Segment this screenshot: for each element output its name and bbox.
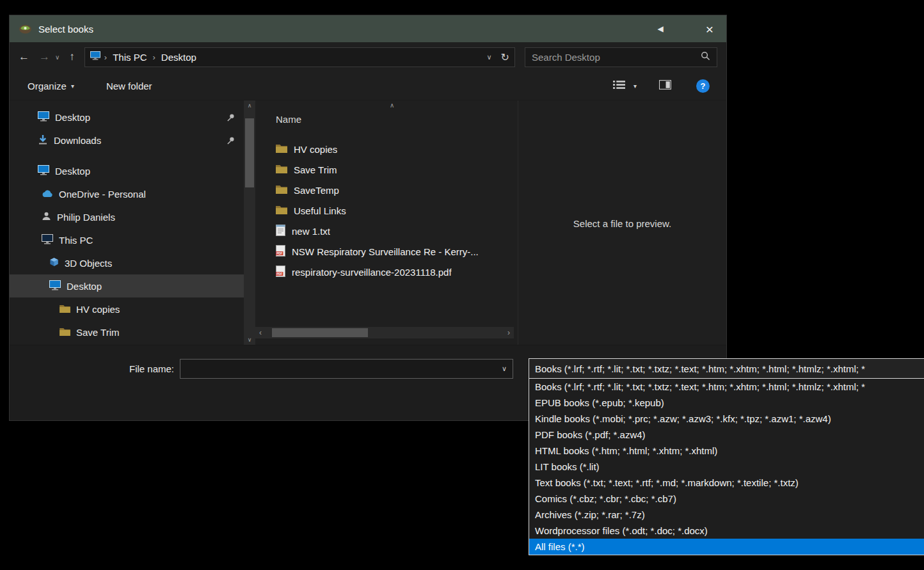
search-icon[interactable] [701,51,710,63]
3d-objects-icon [49,257,59,269]
file-type-option[interactable]: Books (*.lrf; *.rtf; *.lit; *.txt; *.txt… [529,379,924,395]
scroll-up-icon[interactable]: ∧ [248,100,252,111]
onedrive-icon [42,189,53,200]
file-name-input[interactable] [180,363,496,374]
up-button[interactable]: ↑ [69,51,75,63]
file-type-option[interactable]: Archives (*.zip; *.rar; *.7z) [529,507,924,523]
file-list-horizontal-scrollbar[interactable]: ‹ › [255,327,514,338]
sidebar-item-3d-objects[interactable]: 3D Objects [10,251,244,274]
sidebar-item-desktop-quick[interactable]: Desktop [10,106,244,129]
file-name-label: File name: [10,363,180,374]
file-row[interactable]: SaveTemp [255,180,518,200]
file-type-option[interactable]: PDF books (*.pdf; *.azw4) [529,427,924,443]
sidebar-item-save-trim[interactable]: Save Trim [10,321,244,344]
close-button[interactable]: × [701,22,719,36]
file-type-option[interactable]: LIT books (*.lit) [529,459,924,475]
help-icon[interactable]: ? [696,79,710,93]
back-button[interactable]: ← [19,51,29,63]
view-options-chevron-icon[interactable]: ▾ [633,83,637,90]
file-row[interactable]: respiratory-surveillance-20231118.pdf [255,262,518,282]
folder-icon [60,327,70,338]
file-type-option[interactable]: EPUB books (*.epub; *.kepub) [529,395,924,411]
file-row[interactable]: new 1.txt [255,221,518,241]
window-title: Select books [38,24,93,35]
scrollbar-thumb[interactable] [272,328,368,337]
dialog-main-area: Desktop Downloads Desktop OneDrive - Per… [10,100,726,346]
sidebar-item-hv-copies[interactable]: HV copies [10,297,244,321]
new-folder-button[interactable]: New folder [106,81,152,91]
desktop-icon [38,165,49,177]
organize-button[interactable]: Organize ▾ [28,81,74,91]
refresh-icon[interactable]: ↻ [501,51,509,63]
file-type-option[interactable]: HTML books (*.htm; *.html; *.xhtm; *.xht… [529,443,924,459]
command-toolbar: Organize ▾ New folder ▾ ? [10,72,726,100]
breadcrumb-desktop[interactable]: Desktop [159,52,198,63]
downloads-icon [38,134,48,146]
folder-icon [276,205,287,216]
preview-message: Select a file to preview. [573,218,671,229]
file-row[interactable]: Save Trim [255,159,518,180]
computer-icon [42,234,53,246]
location-icon [90,51,100,63]
pdf-file-icon [276,245,285,258]
sidebar-item-onedrive[interactable]: OneDrive - Personal [10,182,244,205]
file-row[interactable]: NSW Respiratory Surveillance Re - Kerry-… [255,241,518,262]
breadcrumb-separator-icon: › [104,52,107,62]
breadcrumb-separator-icon: › [153,52,155,62]
preview-pane-button[interactable] [659,80,671,91]
recent-locations-chevron-icon[interactable]: ∨ [55,54,60,61]
file-type-option[interactable]: Text books (*.txt; *.text; *.rtf; *.md; … [529,475,924,491]
folder-icon [276,185,287,196]
navigation-bar: ← → ∨ ↑ › This PC › Desktop ∨ ↻ [10,42,726,72]
file-type-option[interactable]: Kindle books (*.mobi; *.prc; *.azw; *.az… [529,411,924,427]
search-input[interactable] [532,52,696,63]
sidebar-item-desktop-selected[interactable]: Desktop [10,274,244,297]
text-file-icon [276,225,285,238]
scroll-down-icon[interactable]: ∨ [248,335,252,345]
sort-ascending-icon: ∧ [390,102,394,109]
scroll-left-icon[interactable]: ‹ [255,328,266,337]
file-list: ∧ Name HV copies Save Trim SaveTemp Usef… [255,100,518,346]
app-icon-calibre [19,21,32,37]
titlebar-back-icon[interactable]: ◀ [651,22,670,36]
address-bar[interactable]: › This PC › Desktop ∨ ↻ [84,47,515,67]
user-icon [42,211,51,223]
navigation-pane: Desktop Downloads Desktop OneDrive - Per… [10,100,244,346]
file-row[interactable]: Useful Links [255,200,518,221]
chevron-down-icon: ▾ [71,83,74,90]
scrollbar-thumb[interactable] [245,118,254,187]
folder-icon [276,144,287,155]
titlebar[interactable]: Select books ◀ × [10,15,726,42]
sidebar-item-desktop-root[interactable]: Desktop [10,159,244,182]
desktop-icon [38,111,49,123]
folder-icon [276,164,287,175]
file-type-option[interactable]: Wordprocessor files (*.odt; *.doc; *.doc… [529,523,924,539]
pin-icon [227,113,235,122]
forward-button[interactable]: → [39,51,50,63]
breadcrumb-this-pc[interactable]: This PC [111,52,148,63]
pin-icon [227,136,235,145]
sidebar-scrollbar[interactable]: ∧ ∨ [244,100,255,346]
screen: Select books ◀ × ← → ∨ ↑ › This PC › Des… [0,0,924,570]
file-row[interactable]: HV copies [255,139,518,159]
column-header-name[interactable]: Name [276,114,301,125]
search-box [525,47,717,67]
scroll-right-icon[interactable]: › [504,328,514,337]
preview-pane: Select a file to preview. [518,100,726,346]
desktop-icon [49,280,61,292]
file-type-option-selected[interactable]: All files (*.*) [529,539,924,555]
pdf-file-icon [276,265,285,279]
file-name-combobox: ∨ [180,359,513,379]
sidebar-item-downloads[interactable]: Downloads [10,129,244,152]
file-name-dropdown-chevron-icon[interactable]: ∨ [496,365,513,373]
sidebar-item-this-pc[interactable]: This PC [10,228,244,251]
sidebar-item-user[interactable]: Philip Daniels [10,205,244,228]
file-type-combobox[interactable]: Books (*.lrf; *.rtf; *.lit; *.txt; *.txt… [529,358,924,379]
file-type-option[interactable]: Comics (*.cbz; *.cbr; *.cbc; *.cb7) [529,491,924,507]
file-type-dropdown: Books (*.lrf; *.rtf; *.lit; *.txt; *.txt… [529,379,924,555]
change-view-button[interactable] [613,80,625,91]
address-dropdown-chevron-icon[interactable]: ∨ [487,53,492,61]
folder-icon [60,304,70,315]
